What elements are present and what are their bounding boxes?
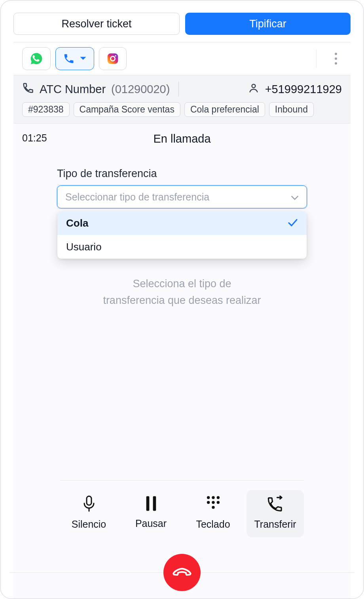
info-divider (178, 82, 179, 97)
svg-point-13 (216, 501, 219, 504)
status-row: 01:25 En llamada (22, 132, 342, 144)
channel-toolbar (13, 42, 351, 75)
dot-icon (335, 62, 337, 65)
tag-row: #923838 Campaña Score ventas Cola prefer… (22, 102, 342, 117)
svg-rect-6 (146, 496, 149, 511)
transfer-icon (267, 496, 284, 512)
call-info-top: ATC Number (01290020) +51999211929 (22, 82, 342, 97)
mute-button[interactable]: Silencio (60, 490, 118, 537)
svg-point-9 (212, 496, 214, 499)
phone-outline-icon (22, 82, 34, 97)
svg-point-11 (207, 501, 209, 504)
transfer-type-select[interactable]: Seleccionar tipo de transferencia Cola U… (57, 185, 307, 208)
whatsapp-icon (30, 52, 43, 65)
toolbar-divider (316, 50, 317, 68)
option-label: Usuario (66, 241, 102, 253)
call-info-header: ATC Number (01290020) +51999211929 #9238… (13, 75, 351, 124)
source-id: (01290020) (111, 83, 170, 96)
typify-button[interactable]: Tipificar (185, 13, 351, 35)
mute-label: Silencio (72, 519, 106, 530)
tag[interactable]: Cola preferencial (184, 102, 265, 117)
resolve-ticket-button[interactable]: Resolver ticket (13, 13, 180, 35)
microphone-icon (82, 496, 96, 512)
call-status: En llamada (153, 132, 210, 145)
transfer-type-label: Tipo de transferencia (57, 168, 307, 180)
typify-label: Tipificar (249, 18, 286, 30)
call-timer: 01:25 (22, 132, 47, 144)
channel-whatsapp[interactable] (22, 47, 51, 70)
tag[interactable]: #923838 (22, 102, 70, 117)
transfer-hint: Selecciona el tipo de transferencia que … (57, 276, 307, 309)
hint-line: Selecciona el tipo de (133, 278, 231, 290)
caller-phone: +51999211929 (265, 83, 342, 96)
controls-divider (60, 480, 304, 481)
resolve-ticket-label: Resolver ticket (61, 18, 131, 30)
svg-rect-7 (153, 496, 156, 511)
check-icon (288, 217, 298, 229)
dot-icon (335, 57, 337, 60)
svg-point-12 (212, 501, 214, 504)
instagram-icon (106, 52, 119, 65)
keypad-icon (205, 496, 221, 512)
caller-info: +51999211929 (248, 82, 342, 97)
transfer-label: Transferir (254, 519, 296, 530)
select-placeholder: Seleccionar tipo de transferencia (65, 191, 209, 203)
hangup-button[interactable] (163, 554, 201, 591)
svg-point-3 (252, 84, 255, 88)
caret-down-icon (80, 56, 87, 61)
dot-icon (335, 53, 337, 55)
call-controls: Silencio Pausar Teclado (22, 480, 342, 537)
keypad-label: Teclado (196, 519, 230, 530)
more-menu-button[interactable] (331, 49, 341, 69)
dropdown-option-usuario[interactable]: Usuario (57, 235, 307, 259)
phone-active-icon (63, 53, 75, 65)
pause-button[interactable]: Pausar (122, 490, 180, 537)
call-body: 01:25 En llamada Tipo de transferencia S… (13, 124, 351, 598)
option-label: Cola (66, 217, 88, 229)
tag[interactable]: Inbound (269, 102, 314, 117)
call-source: ATC Number (01290020) (22, 82, 170, 97)
channel-instagram[interactable] (99, 47, 127, 70)
app-frame: Resolver ticket Tipificar (0, 0, 364, 599)
svg-rect-4 (87, 496, 91, 506)
hangup-icon (172, 566, 192, 579)
svg-point-10 (216, 496, 219, 499)
tag[interactable]: Campaña Score ventas (74, 102, 180, 117)
keypad-button[interactable]: Teclado (184, 490, 242, 537)
top-actions: Resolver ticket Tipificar (13, 13, 351, 35)
chevron-down-icon (291, 191, 299, 203)
hint-line: transferencia que deseas realizar (103, 294, 261, 306)
transfer-type-dropdown: Cola Usuario (57, 211, 307, 259)
source-label: ATC Number (40, 83, 106, 96)
svg-point-8 (207, 496, 209, 499)
transfer-section: Tipo de transferencia Seleccionar tipo d… (57, 168, 307, 309)
svg-rect-0 (108, 53, 118, 64)
controls-row: Silencio Pausar Teclado (60, 490, 304, 537)
svg-point-2 (115, 55, 116, 56)
hangup-area (22, 547, 342, 598)
pause-icon (146, 496, 157, 511)
user-icon (248, 82, 260, 97)
svg-point-14 (212, 506, 214, 509)
channel-phone[interactable] (55, 47, 94, 70)
pause-label: Pausar (135, 518, 167, 529)
transfer-button[interactable]: Transferir (246, 490, 304, 537)
dropdown-option-cola[interactable]: Cola (57, 211, 307, 235)
